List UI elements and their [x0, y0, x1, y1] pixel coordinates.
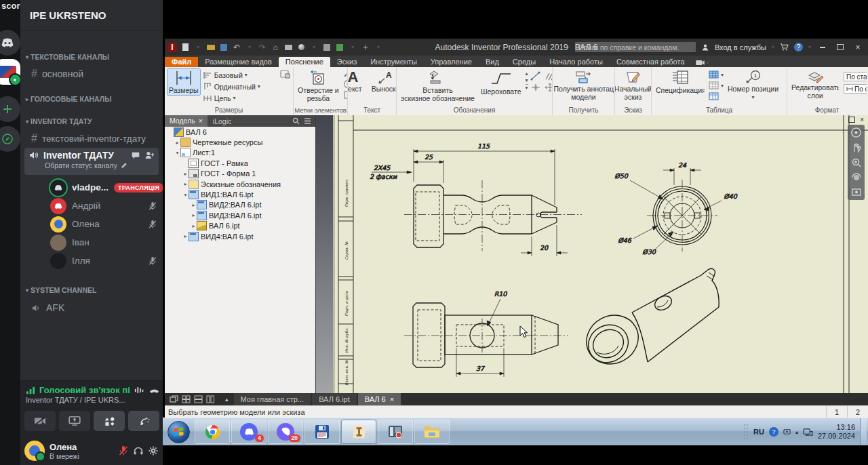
- scroll-up-icon[interactable]: ▴: [526, 70, 528, 77]
- print-icon[interactable]: [283, 43, 293, 52]
- user-panel[interactable]: Олена В мережі: [20, 437, 163, 465]
- voice-member-row[interactable]: Андрій: [50, 197, 157, 215]
- cascade-windows-icon[interactable]: [170, 395, 178, 403]
- tray-expand-icon[interactable]: ▴: [795, 429, 798, 435]
- punch-note-icon[interactable]: [343, 90, 347, 100]
- tree-item-sheet[interactable]: ▾ Лист:1: [165, 148, 315, 158]
- scroll-down-icon[interactable]: ▾: [526, 77, 528, 83]
- soundboard-button[interactable]: [128, 411, 159, 431]
- tree-item-resources[interactable]: ▸ Чертежные ресурсы: [165, 137, 315, 147]
- chain-dimension-button[interactable]: Цепь ▾: [203, 92, 260, 104]
- dimension-button[interactable]: Размеры: [167, 68, 201, 96]
- tree-item-view2[interactable]: ▸ ВИД2:ВАЛ 6.ipt: [165, 200, 315, 210]
- insert-sketch-symbol-button[interactable]: Вставить эскизное обозначение: [399, 68, 477, 104]
- leader-text-button[interactable]: A Выноска: [370, 68, 396, 94]
- material-icon[interactable]: [296, 43, 306, 52]
- taskbar-viber[interactable]: 20: [268, 420, 303, 444]
- layer-dropdown[interactable]: По станда ▾: [844, 84, 867, 94]
- tabs-collapse-icon[interactable]: ▴: [220, 396, 234, 403]
- tree-item-view4[interactable]: ▸ ВИД4:ВАЛ 6.ipt: [165, 231, 315, 241]
- tree-item-sketch-symbols[interactable]: ▸ Эскизные обозначения: [165, 179, 315, 189]
- channel-afk[interactable]: AFK: [31, 300, 157, 316]
- ordinate-dimension-button[interactable]: Ординатный ▾: [203, 81, 260, 92]
- start-sketch-button[interactable]: Начальный эскиз: [615, 68, 651, 102]
- centermark-icon[interactable]: [530, 83, 541, 92]
- server-icon-ukrsteno[interactable]: [0, 59, 20, 85]
- edit-layers-button[interactable]: Редактировать слои: [789, 68, 841, 101]
- section-text-channels[interactable]: ▾ ТЕКСТОВЫЕ КАНАЛЫ: [26, 52, 159, 62]
- panel-label[interactable]: Таблица: [652, 106, 787, 115]
- symbol-gallery-scroll[interactable]: ▴ ▾ ▾: [526, 68, 528, 91]
- tab-manage[interactable]: Управление: [424, 57, 479, 67]
- balloon-button[interactable]: 1 Номер позиции ▾: [726, 68, 781, 102]
- update-icon[interactable]: [335, 43, 344, 52]
- hole-table-button[interactable]: ▾: [709, 81, 724, 90]
- tree-item-view1[interactable]: ▾ ВИД1:ВАЛ 6.ipt: [165, 189, 315, 199]
- tray-app-icon[interactable]: [783, 428, 791, 436]
- activities-button[interactable]: [94, 411, 125, 431]
- voice-status-hint[interactable]: Обрати статус каналу: [45, 161, 117, 169]
- parts-list-button[interactable]: Спецификация: [654, 68, 707, 96]
- discord-home-button[interactable]: [0, 30, 20, 56]
- voice-member-row[interactable]: Олена: [50, 215, 157, 233]
- channel-text-inventor[interactable]: # текстовий-inventor-тдату: [31, 130, 157, 146]
- doc-tab-home[interactable]: Моя главная стр...: [234, 393, 311, 405]
- server-header[interactable]: IPE UKRSTENO: [20, 0, 163, 31]
- hatch-region-icon[interactable]: [545, 71, 552, 81]
- user-avatar[interactable]: [24, 441, 45, 461]
- tree-item-titleblock[interactable]: ▸ ГОСТ - Форма 1: [165, 169, 315, 179]
- help-dropdown-icon[interactable]: ▾: [808, 44, 811, 50]
- save-icon[interactable]: [219, 43, 229, 52]
- taskbar-recorder-app[interactable]: [378, 420, 413, 444]
- expand-icon[interactable]: ▸: [191, 223, 197, 229]
- tree-item-view3[interactable]: ▸ ВИД3:ВАЛ 6.ipt: [165, 210, 315, 220]
- panel-label[interactable]: Формат: [787, 106, 867, 115]
- browser-tab-model[interactable]: Модель ×: [165, 115, 208, 127]
- gallery-expand-icon[interactable]: ▾: [526, 84, 528, 91]
- qat-more-icon[interactable]: ▾: [348, 43, 357, 52]
- browser-menu-icon[interactable]: [304, 118, 311, 124]
- sign-in-dropdown-icon[interactable]: ▾: [772, 44, 774, 50]
- taskbar-inventor[interactable]: [341, 420, 376, 444]
- iproperties-icon[interactable]: [322, 43, 332, 52]
- expand-icon[interactable]: ▾: [174, 150, 180, 156]
- orbit-icon[interactable]: [851, 172, 862, 183]
- bend-note-icon[interactable]: [343, 68, 347, 78]
- minimize-button[interactable]: [816, 43, 829, 52]
- screen-capture-addin[interactable]: ▾: [696, 60, 709, 67]
- tile-windows-icon[interactable]: [182, 395, 191, 403]
- home-icon[interactable]: ⌂: [271, 43, 280, 52]
- channel-general[interactable]: # основной: [31, 66, 157, 82]
- expand-icon[interactable]: ▾: [182, 192, 189, 198]
- look-at-icon[interactable]: [851, 187, 862, 198]
- tab-tools[interactable]: Инструменты: [363, 57, 424, 67]
- navigation-wheel-icon[interactable]: [850, 127, 862, 138]
- new-file-icon[interactable]: [180, 43, 190, 52]
- language-indicator[interactable]: RU: [753, 428, 764, 436]
- hole-thread-note-button[interactable]: Отверстие и резьба: [296, 68, 341, 104]
- chamfer-note-icon[interactable]: [343, 79, 347, 89]
- revision-table-button[interactable]: [709, 92, 724, 101]
- general-table-button[interactable]: ▾: [709, 70, 724, 79]
- search-expand-icon[interactable]: ▸: [567, 44, 570, 50]
- help-search-input[interactable]: Поиск по справке и командам.: [575, 42, 696, 52]
- tab-sketch[interactable]: Эскиз: [330, 57, 363, 67]
- centerline-icon[interactable]: [545, 83, 552, 92]
- taskbar-chrome[interactable]: [195, 420, 230, 444]
- panel-label[interactable]: Метки элементов: [294, 106, 347, 115]
- tree-item-part[interactable]: ▸ ВАЛ 6.ipt: [165, 221, 315, 231]
- retrieve-dimension-button[interactable]: [279, 68, 291, 79]
- sign-in-label[interactable]: Вход в службы: [715, 43, 766, 52]
- tab-environments[interactable]: Среды: [506, 57, 542, 67]
- restore-button[interactable]: [834, 43, 846, 52]
- screenshare-button[interactable]: [59, 411, 90, 431]
- mic-muted-icon[interactable]: [118, 445, 129, 456]
- qat-customize-icon[interactable]: ▾: [374, 43, 383, 52]
- expand-icon[interactable]: ▸: [182, 233, 189, 239]
- tree-item-border[interactable]: ГОСТ - Рамка: [165, 158, 315, 168]
- panel-label[interactable]: Эскиз: [615, 106, 651, 115]
- add-server-button[interactable]: [0, 96, 20, 122]
- doc-tab-part[interactable]: ВАЛ 6.ipt: [312, 393, 357, 405]
- expand-icon[interactable]: ▸: [191, 212, 197, 218]
- tab-collaborate[interactable]: Совместная работа: [610, 57, 692, 67]
